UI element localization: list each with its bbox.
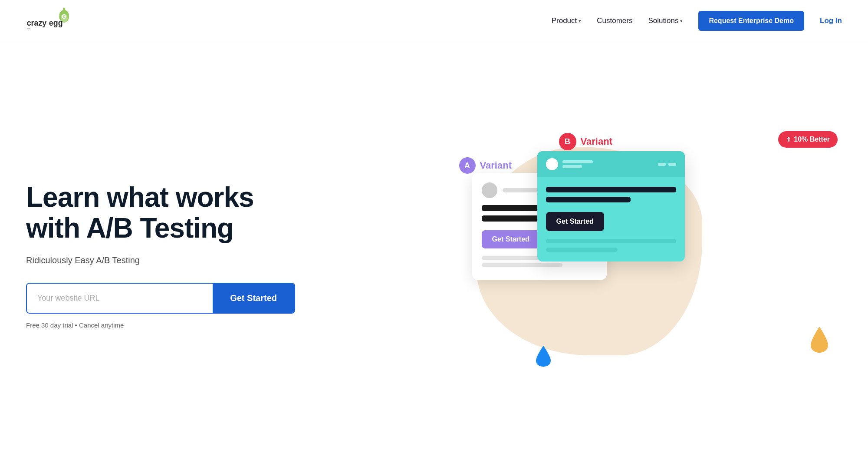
svg-text:egg: egg [49,19,63,27]
url-form: Get Started [26,283,295,314]
footer-line-2 [482,263,562,267]
login-link[interactable]: Log In [820,17,842,25]
svg-text:™: ™ [27,27,31,31]
chevron-down-icon-2: ▾ [680,18,683,24]
hero-content: Learn what works with A/B Testing Ridicu… [26,182,450,329]
variant-a-text: Variant [480,160,512,171]
variant-b-cta[interactable]: Get Started [546,212,604,231]
trial-text: Free 30 day trial • Cancel anytime [26,321,450,329]
vb-header-lines [562,160,593,168]
variant-a-cta[interactable]: Get Started [482,230,540,248]
vb-card-body: Get Started [537,177,685,261]
hero-subtitle: Ridiculously Easy A/B Testing [26,255,450,265]
card-avatar [482,182,497,198]
variant-b-text: Variant [581,136,612,147]
hero-title-line2: with A/B Testing [26,212,233,244]
vb-header-left [546,158,593,170]
vb-footer-line-2 [546,248,618,252]
chevron-up-icon: ⇑ [786,136,791,143]
nav-demo-button[interactable]: Request Enterprise Demo [698,11,804,31]
vb-footer-line-1 [546,239,676,243]
chevron-down-icon: ▾ [579,18,581,24]
svg-point-4 [63,8,65,10]
variant-b-card: Get Started [537,151,685,261]
nav-login[interactable]: Log In [820,17,842,25]
vb-avatar [546,158,558,170]
nav-product-label: Product [552,17,577,25]
nav-product[interactable]: Product ▾ [552,17,582,25]
badge-better-text: 10% Better [794,136,830,143]
vb-card-header [537,151,685,177]
nav-customers-label: Customers [597,17,632,25]
variant-b-badge: B [559,133,576,150]
svg-text:crazy: crazy [27,19,47,27]
hero-section: Learn what works with A/B Testing Ridicu… [0,42,868,460]
hero-title-line1: Learn what works [26,182,254,213]
request-demo-link[interactable]: Request Enterprise Demo [698,11,804,31]
get-started-button[interactable]: Get Started [213,284,294,313]
droplet-yellow [810,326,829,355]
better-badge: ⇑ 10% Better [778,131,838,148]
hero-title: Learn what works with A/B Testing [26,182,450,243]
logo[interactable]: G crazy egg ™ [26,8,82,34]
vb-hline-1 [562,160,593,163]
vb-dot-1 [658,163,666,166]
variant-a-label-group: A Variant [459,157,512,174]
vb-header-right [658,163,676,166]
variant-a-badge: A [459,157,476,174]
nav-solutions[interactable]: Solutions ▾ [648,17,683,25]
url-input[interactable] [27,284,213,313]
hero-illustration: A Variant Get Started B Variant ⇑ 10% [450,129,842,381]
variant-b-label-group: B Variant [559,133,612,150]
vb-hline-2 [562,165,582,168]
navigation: G crazy egg ™ Product ▾ Customers Soluti… [0,0,868,42]
vb-dot-2 [668,163,676,166]
nav-solutions-label: Solutions [648,17,678,25]
nav-customers[interactable]: Customers [597,17,632,25]
nav-links: Product ▾ Customers Solutions ▾ Request … [552,11,842,31]
vb-line-2 [546,197,631,202]
droplet-blue [535,345,552,369]
vb-line-1 [546,187,676,192]
